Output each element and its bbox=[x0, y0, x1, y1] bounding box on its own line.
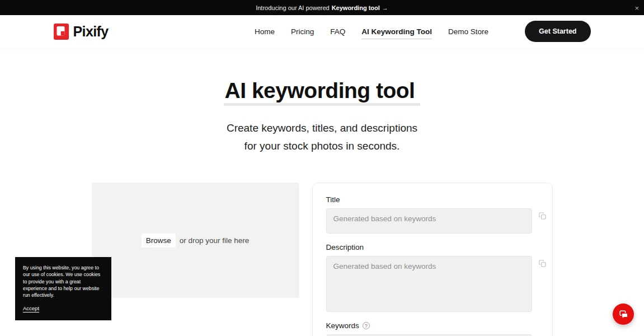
cookie-accept-button[interactable]: Accept bbox=[23, 305, 39, 312]
arrow-right-icon: → bbox=[382, 4, 388, 11]
banner-highlight: Keywording tool bbox=[332, 4, 380, 11]
pixify-logo-icon bbox=[54, 24, 69, 40]
cookie-consent: By using this website, you agree to our … bbox=[15, 257, 111, 320]
title-input[interactable] bbox=[326, 208, 532, 234]
nav-item-home[interactable]: Home bbox=[255, 27, 275, 36]
nav-item-faq[interactable]: FAQ bbox=[330, 27, 345, 36]
title-field-group: Title bbox=[326, 195, 547, 234]
drop-hint-text: or drop your file here bbox=[180, 236, 250, 245]
nav-item-pricing[interactable]: Pricing bbox=[291, 27, 314, 36]
tool-area: Browse or drop your file here Title Desc… bbox=[92, 183, 553, 336]
copy-icon bbox=[538, 261, 547, 269]
copy-icon bbox=[538, 213, 547, 222]
copy-title-button[interactable] bbox=[538, 212, 547, 220]
page-subtitle: Create keywords, titles, and description… bbox=[0, 119, 644, 155]
chat-bubbles-icon bbox=[618, 309, 629, 320]
chat-button[interactable] bbox=[613, 304, 634, 325]
results-card: Title Description bbox=[312, 183, 553, 336]
brand-logo[interactable]: Pixify bbox=[54, 24, 109, 40]
announcement-banner: Introducing our AI powered Keywording to… bbox=[0, 0, 644, 15]
description-label: Description bbox=[326, 243, 547, 251]
cookie-message: By using this website, you agree to our … bbox=[23, 264, 104, 299]
page-title: AI keywording tool bbox=[224, 78, 421, 108]
file-dropzone[interactable]: Browse or drop your file here bbox=[92, 183, 299, 298]
nav-item-ai-keywording-tool[interactable]: AI Keywording Tool bbox=[361, 27, 432, 39]
description-field-group: Description bbox=[326, 243, 547, 312]
subtitle-line-2: for your stock photos in seconds. bbox=[0, 137, 644, 155]
help-icon[interactable]: ? bbox=[363, 322, 370, 329]
banner-text: Introducing our AI powered bbox=[256, 4, 329, 11]
nav-item-demo-store[interactable]: Demo Store bbox=[448, 27, 488, 36]
brand-name: Pixify bbox=[73, 24, 109, 40]
site-header: Pixify Home Pricing FAQ AI Keywording To… bbox=[0, 15, 644, 48]
keywords-label-text: Keywords bbox=[326, 321, 359, 330]
title-label: Title bbox=[326, 195, 547, 204]
keywords-label: Keywords ? bbox=[326, 321, 547, 330]
browse-button[interactable]: Browse bbox=[142, 234, 176, 248]
copy-description-button[interactable] bbox=[538, 259, 547, 268]
description-input[interactable] bbox=[326, 256, 532, 312]
main-nav: Home Pricing FAQ AI Keywording Tool Demo… bbox=[255, 21, 590, 42]
keywords-field-group: Keywords ? bbox=[326, 321, 547, 336]
get-started-button[interactable]: Get Started bbox=[525, 21, 590, 42]
subtitle-line-1: Create keywords, titles, and description… bbox=[0, 119, 644, 137]
hero-section: AI keywording tool Create keywords, titl… bbox=[0, 78, 644, 155]
banner-close-icon[interactable]: × bbox=[634, 4, 639, 11]
